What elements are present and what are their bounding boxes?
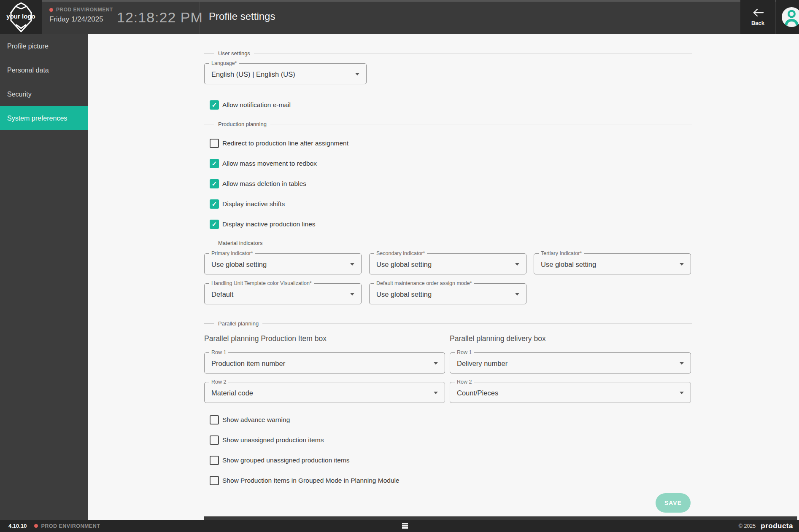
checkbox-mass-movement-redbox[interactable]: ✓ Allow mass movement to redbox [210,159,317,168]
avatar-section[interactable] [776,0,799,34]
section-production-planning: Production planning [204,121,692,127]
checkbox-icon: ✓ [210,100,219,110]
sidebar-item-profile-picture[interactable]: Profile picture [0,34,88,58]
settings-sidebar: Profile picture Personal data Security S… [0,34,88,520]
chevron-down-icon [434,392,438,394]
checkbox-icon: ✓ [210,159,219,168]
sidebar-item-personal-data[interactable]: Personal data [0,58,88,82]
field-label: Row 1 [455,349,474,355]
app-version: 4.10.10 [8,523,27,529]
checkbox-show-production-items-grouped-mode[interactable]: ✓ Show Production Items in Grouped Mode … [210,476,400,485]
section-material-indicators: Material indicators [204,239,692,246]
production-box-row1-select[interactable]: Row 1 Production item number [204,352,445,373]
back-arrow-icon [752,8,764,17]
current-date: Friday 1/24/2025 [49,15,113,24]
field-value: Use global setting [541,261,596,269]
checkbox-icon: ✓ [210,220,219,229]
production-item-box-heading: Parallel planning Production Item box [204,334,327,343]
chevron-down-icon [434,362,438,365]
profile-settings-page: your logo PROD ENVIRONMENT Friday 1/24/2… [0,0,799,532]
section-user-settings: User settings [204,50,692,56]
sidebar-item-system-preferences[interactable]: System preferences [0,106,88,130]
sidebar-item-security[interactable]: Security [0,82,88,106]
chevron-down-icon [680,392,684,394]
checkbox-allow-notification-email[interactable]: ✓ Allow notification e-mail [210,100,291,110]
environment-dot-icon [49,8,53,12]
checkbox-label: Show grouped unassigned production items [222,457,350,464]
checkbox-mass-deletion-tables[interactable]: ✓ Allow mass deletion in tables [210,179,306,188]
page-title: Profile settings [209,11,275,22]
chevron-down-icon [680,263,684,266]
maintenance-order-assign-mode-select[interactable]: Default maintenance order assign mode* U… [369,283,526,304]
sidebar-item-label: System preferences [7,115,67,122]
save-button[interactable]: SAVE [656,493,691,513]
chevron-down-icon [680,362,684,365]
checkbox-label: Allow notification e-mail [222,101,291,109]
checkbox-label: Show advance warning [222,416,290,424]
field-value: Use global setting [376,290,432,298]
footer-environment: PROD ENVIRONMENT [34,523,100,529]
user-avatar-icon [782,7,799,27]
field-label: Language* [209,60,239,66]
section-title: Parallel planning [218,320,259,327]
production-box-row2-select[interactable]: Row 2 Material code [204,382,445,403]
checkbox-icon: ✓ [210,476,219,485]
field-label: Default maintenance order assign mode* [374,280,474,286]
field-value: English (US) | English (US) [211,70,295,78]
environment-block: PROD ENVIRONMENT Friday 1/24/2025 [49,7,113,24]
checkbox-label: Allow mass deletion in tables [222,180,306,188]
handling-unit-color-select[interactable]: Handling Unit Template color Visualizati… [204,283,362,304]
field-value: Use global setting [211,261,267,269]
delivery-box-row1-select[interactable]: Row 1 Delivery number [450,352,691,373]
field-label: Row 2 [455,379,474,385]
secondary-indicator-select[interactable]: Secondary indicator* Use global setting [369,253,526,274]
section-title: User settings [218,50,250,56]
logo-text: your logo [3,13,39,20]
apps-grid-icon[interactable] [402,523,408,529]
primary-indicator-select[interactable]: Primary indicator* Use global setting [204,253,362,274]
checkbox-show-grouped-unassigned-production-items[interactable]: ✓ Show grouped unassigned production ite… [210,456,350,465]
section-title: Material indicators [218,240,263,246]
delivery-box-heading: Parallel planning delivery box [450,334,546,343]
checkbox-show-unassigned-production-items[interactable]: ✓ Show unassigned production items [210,435,324,445]
app-logo[interactable]: your logo [0,0,42,34]
checkbox-label: Allow mass movement to redbox [222,160,317,167]
header-top-strip [42,0,799,2]
checkbox-display-inactive-production-lines[interactable]: ✓ Display inactive production lines [210,220,316,229]
checkbox-label: Show Production Items in Grouped Mode in… [222,477,400,484]
checkbox-label: Display inactive shifts [222,200,285,208]
checkbox-icon: ✓ [210,456,219,465]
back-button[interactable]: Back [740,0,775,34]
tertiary-indicator-select[interactable]: Tertiary Indicator* Use global setting [534,253,691,274]
field-value: Use global setting [376,261,432,269]
checkbox-display-inactive-shifts[interactable]: ✓ Display inactive shifts [210,199,285,209]
section-title: Production planning [218,121,267,127]
current-time: 12:18:22 PM [117,9,203,26]
environment-label: PROD ENVIRONMENT [41,523,100,529]
field-label: Row 1 [209,349,228,355]
checkbox-label: Show unassigned production items [222,436,324,444]
copyright: © 2025 [739,523,756,529]
field-value: Default [211,290,233,298]
field-value: Count/Pieces [457,389,498,397]
checkbox-show-advance-warning[interactable]: ✓ Show advance warning [210,415,290,425]
chevron-down-icon [350,293,354,296]
chevron-down-icon [515,293,519,296]
sidebar-item-label: Profile picture [7,43,49,50]
chevron-down-icon [355,73,359,75]
app-header: your logo PROD ENVIRONMENT Friday 1/24/2… [0,0,799,34]
section-parallel-planning: Parallel planning [204,320,692,327]
status-bar: 4.10.10 PROD ENVIRONMENT © 2025 producta [0,520,799,532]
sidebar-item-label: Personal data [7,67,49,74]
checkbox-label: Redirect to production line after assign… [222,140,348,147]
checkbox-icon: ✓ [210,415,219,425]
field-value: Production item number [211,360,285,368]
field-label: Handling Unit Template color Visualizati… [209,280,314,286]
delivery-box-row2-select[interactable]: Row 2 Count/Pieces [450,382,691,403]
horizontal-scrollbar[interactable] [204,516,797,520]
checkbox-icon: ✓ [210,199,219,209]
checkbox-redirect-production-line[interactable]: ✓ Redirect to production line after assi… [210,139,348,148]
language-select[interactable]: Language* English (US) | English (US) [204,63,367,84]
chevron-down-icon [350,263,354,266]
field-label: Primary indicator* [209,250,255,256]
